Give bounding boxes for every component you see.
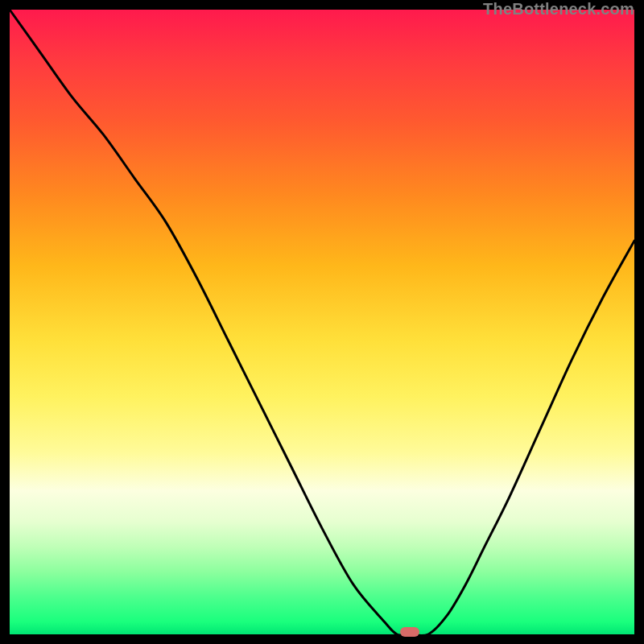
bottleneck-curve-path [10, 10, 634, 636]
optimal-point-marker [400, 627, 419, 637]
chart-frame: TheBottleneck.com [0, 0, 644, 644]
bottleneck-curve [0, 0, 644, 644]
